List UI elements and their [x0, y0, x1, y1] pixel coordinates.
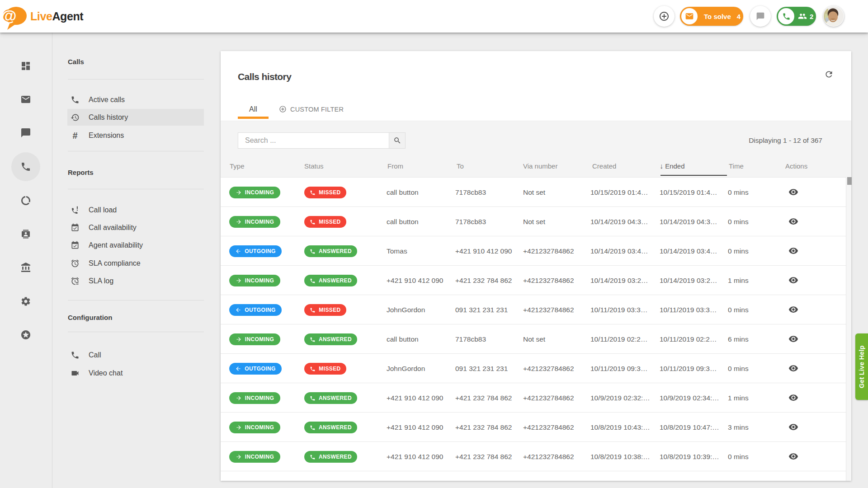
svg-text:@: @: [1, 7, 16, 24]
